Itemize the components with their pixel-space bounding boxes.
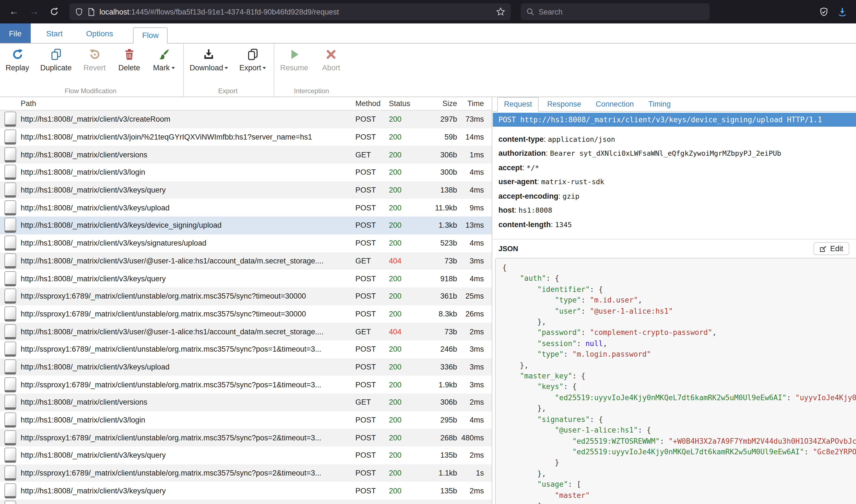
flow-row[interactable]: http://hs1:8008/_matrix/client/v3/join/%… [0, 128, 492, 146]
flow-time: 3ms [457, 257, 492, 265]
caret-down-icon [225, 67, 228, 70]
flow-status: 200 [389, 221, 418, 230]
flow-size: 138b [418, 186, 457, 194]
mark-button[interactable]: Mark [152, 47, 176, 72]
request-header-accept[interactable]: accept: */* [498, 163, 851, 172]
flow-document-icon [4, 147, 16, 162]
flow-row[interactable]: http://ssproxy1:6789/_matrix/client/unst… [0, 464, 492, 482]
shield-check-icon[interactable] [819, 7, 828, 16]
flow-row[interactable]: http://hs1:8008/_matrix/client/v3/user/@… [0, 252, 492, 270]
request-body-json[interactable]: { "auth": { "identifier": { "type": "m.i… [495, 258, 856, 504]
button-label: Resume [280, 64, 308, 72]
flow-icon-cell [0, 430, 21, 445]
menu-options[interactable]: Options [85, 23, 114, 43]
request-header-authorization[interactable]: authorization: Bearer syt_dXNlci0xLWFsaW… [498, 149, 851, 157]
flow-method: POST [355, 204, 389, 212]
flow-row[interactable]: http://hs1:8008/_matrix/client/v3/keys/u… [0, 199, 492, 217]
flow-method: GET [355, 150, 389, 159]
menu-start[interactable]: Start [45, 23, 64, 43]
flow-size: 1.1kb [418, 469, 457, 477]
flow-status: 200 [389, 433, 418, 442]
request-header-content-length[interactable]: content-length: 1345 [498, 220, 851, 229]
edit-button[interactable]: Edit [813, 242, 849, 255]
flow-row[interactable]: http://hs1:8008/_matrix/client/v3/keys/q… [0, 270, 492, 287]
flow-path: http://hs1:8008/_matrix/client/versions [21, 398, 355, 407]
download-button[interactable]: Download [190, 47, 228, 72]
flow-row[interactable]: http://hs1:8008/_matrix/client/v3/loginP… [0, 164, 492, 181]
replay-button[interactable]: Replay [5, 47, 29, 72]
flow-path: http://hs1:8008/_matrix/client/v3/keys/q… [21, 274, 355, 283]
flow-row[interactable]: http://hs1:8008/_matrix/client/v3/keys/u… [0, 358, 492, 376]
flow-path: http://hs1:8008/_matrix/client/v3/create… [21, 115, 355, 124]
flow-method: POST [355, 133, 389, 141]
page-icon[interactable] [88, 7, 95, 16]
flow-icon-cell [0, 289, 21, 304]
flow-document-icon [4, 466, 16, 481]
flow-status: 404 [389, 257, 418, 265]
delete-button[interactable]: Delete [118, 47, 141, 72]
column-header-size[interactable]: Size [418, 100, 457, 108]
downloads-icon[interactable] [838, 7, 847, 16]
flow-time: 4ms [457, 416, 492, 424]
forward-button[interactable]: → [26, 3, 42, 20]
column-header-path[interactable]: Path [21, 100, 355, 108]
flow-row[interactable]: http://hs1:8008/_matrix/client/v3/keys/s… [0, 234, 492, 252]
browser-search-bar[interactable]: Search [521, 3, 709, 20]
detail-tab-response[interactable]: Response [541, 98, 587, 111]
request-header-content-type[interactable]: content-type: application/json [498, 135, 851, 143]
request-header-accept-encoding[interactable]: accept-encoding: gzip [498, 192, 851, 200]
reload-button[interactable] [46, 3, 63, 20]
request-header-host[interactable]: host: hs1:8008 [498, 206, 851, 214]
revert-button[interactable]: Revert [83, 47, 106, 72]
flow-icon-cell [0, 147, 21, 162]
detail-tab-connection[interactable]: Connection [589, 98, 640, 111]
flow-row[interactable]: http://hs1:8008/_matrix/client/v3/keys/q… [0, 447, 492, 464]
flow-document-icon [4, 200, 16, 215]
resume-button[interactable]: Resume [280, 47, 308, 72]
abort-button[interactable]: Abort [319, 47, 343, 72]
menu-tab-flow[interactable]: Flow [133, 28, 168, 43]
duplicate-button[interactable]: Duplicate [40, 47, 72, 72]
flow-row[interactable]: http://hs1:8008/_matrix/client/v3/keys/d… [0, 217, 492, 234]
column-header-method[interactable]: Method [355, 100, 389, 108]
flow-method: POST [355, 345, 389, 354]
flow-row[interactable]: http://hs1:8008/_matrix/client/v3/user/@… [0, 323, 492, 340]
flow-row[interactable]: http://ssproxy1:6789/_matrix/client/unst… [0, 429, 492, 447]
flow-row[interactable]: http://ssproxy1:6789/_matrix/client/unst… [0, 287, 492, 305]
flow-row[interactable]: http://hs1:8008/_matrix/client/v3/keys/q… [0, 181, 492, 199]
flow-row[interactable]: http://hs1:8008/_matrix/client/versionsG… [0, 146, 492, 164]
request-header-user-agent[interactable]: user-agent: matrix-rust-sdk [498, 178, 851, 186]
flow-document-icon [4, 430, 16, 445]
bookmark-star-icon[interactable] [496, 7, 505, 16]
flow-path: http://hs1:8008/_matrix/client/v3/user/@… [21, 257, 355, 265]
flow-method: GET [355, 327, 389, 336]
flow-row[interactable]: http://hs1:8008/_matrix/client/versionsG… [0, 394, 492, 411]
flow-icon-cell [0, 236, 21, 251]
flow-method: POST [355, 221, 389, 230]
shield-icon[interactable] [75, 7, 83, 16]
flow-row[interactable]: http://hs1:8008/_matrix/client/v3/keys/q… [0, 482, 492, 500]
column-header-time[interactable]: Time [457, 100, 492, 108]
export-button[interactable]: Export [239, 47, 266, 72]
flow-path: http://hs1:8008/_matrix/client/versions [21, 150, 355, 159]
detail-tab-timing[interactable]: Timing [642, 98, 677, 111]
flow-row[interactable]: http://ssproxy1:6789/_matrix/client/unst… [0, 305, 492, 323]
flow-row[interactable]: http://hs1:8008/_matrix/client/v3/create… [0, 110, 492, 128]
detail-tab-request[interactable]: Request [497, 97, 539, 112]
flow-row[interactable]: http://hs1:8008/_matrix/client/v3/loginP… [0, 411, 492, 429]
column-header-status[interactable]: Status [389, 100, 418, 108]
menu-file-button[interactable]: File [0, 23, 31, 43]
flow-document-icon [4, 359, 16, 375]
flow-row-partial[interactable] [0, 500, 492, 504]
back-button[interactable]: ← [5, 3, 22, 20]
url-bar[interactable]: localhost:1445/#/flows/fba5f13d-91e1-437… [69, 3, 511, 20]
button-label: Abort [322, 64, 340, 72]
flow-row[interactable]: http://ssproxy1:6789/_matrix/client/unst… [0, 340, 492, 358]
flow-time: 13ms [457, 221, 492, 230]
flow-time: 14ms [457, 133, 492, 141]
toolbar-group-export: DownloadExportExport [184, 43, 275, 96]
flow-path: http://hs1:8008/_matrix/client/v3/keys/u… [21, 204, 355, 212]
request-first-line[interactable]: POST http://hs1:8008/_matrix/client/v3/k… [493, 113, 856, 127]
flow-row[interactable]: http://ssproxy1:6789/_matrix/client/unst… [0, 376, 492, 394]
flow-document-icon [4, 182, 16, 198]
